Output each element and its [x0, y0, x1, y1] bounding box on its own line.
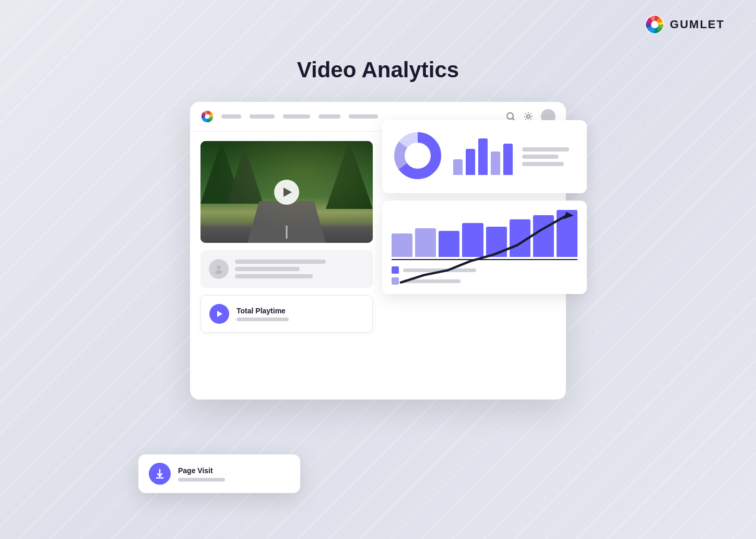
- pagevisit-info: Page Visit: [178, 466, 225, 482]
- browser-content: Total Playtime: [190, 132, 566, 342]
- playtime-info: Total Playtime: [237, 307, 289, 321]
- mini-bar-1: [453, 159, 463, 175]
- svg-point-4: [507, 113, 513, 119]
- legend-row-1: [392, 266, 577, 274]
- donut-chart: [392, 130, 444, 184]
- svg-point-13: [406, 144, 429, 167]
- c2-bar-6: [510, 219, 530, 257]
- video-thumbnail[interactable]: [200, 141, 373, 243]
- c2-bar-5: [486, 227, 507, 257]
- nav-item-4: [318, 114, 340, 119]
- left-column: Total Playtime: [200, 141, 373, 333]
- nav-item-2: [250, 114, 275, 119]
- legend-dot-1: [392, 266, 399, 274]
- play-button[interactable]: [274, 180, 299, 205]
- legend-line-2: [403, 279, 460, 283]
- mini-bar-5: [503, 144, 513, 175]
- user-line-3: [235, 274, 313, 278]
- topbar-nav: [221, 114, 498, 119]
- nav-item-3: [283, 114, 310, 119]
- logo-bar: GUMLET: [645, 15, 725, 34]
- c2-bar-3: [439, 231, 459, 257]
- c2-bar-4: [462, 223, 483, 257]
- playtime-icon: [209, 304, 229, 324]
- svg-point-6: [527, 115, 530, 118]
- legend-row-2: [392, 277, 577, 285]
- playtime-label: Total Playtime: [237, 307, 289, 315]
- chart-line-r-1: [522, 147, 569, 151]
- nav-item-5: [349, 114, 378, 119]
- user-card: [200, 250, 373, 288]
- play-triangle-icon: [284, 188, 292, 197]
- c2-bar-8: [557, 210, 577, 257]
- c2-bar-2: [415, 228, 436, 257]
- svg-point-1: [651, 21, 658, 28]
- legend-dot-2: [392, 277, 399, 285]
- chart2-baseline: [392, 259, 577, 260]
- chart-card-1: [382, 120, 587, 193]
- chart2-bars: [392, 210, 577, 257]
- page-title: Video Analytics: [297, 57, 459, 83]
- playtime-subline: [237, 318, 289, 321]
- right-column: [382, 141, 556, 333]
- browser-mockup: Total Playtime: [190, 102, 566, 400]
- svg-point-3: [205, 114, 210, 119]
- topbar-logo-icon: [200, 110, 214, 123]
- gumlet-logo-icon: [645, 15, 665, 34]
- pagevisit-label: Page Visit: [178, 466, 225, 475]
- legend-line-1: [403, 268, 476, 272]
- chart-line-r-3: [522, 162, 564, 166]
- pagevisit-card: Page Visit: [138, 454, 300, 493]
- svg-point-8: [215, 270, 222, 274]
- svg-marker-9: [217, 311, 222, 317]
- user-avatar: [209, 259, 229, 279]
- mini-bar-2: [466, 149, 475, 175]
- mini-bar-3: [478, 138, 488, 175]
- chart-card-2: [382, 201, 587, 294]
- svg-point-7: [217, 265, 221, 270]
- chart2-legend: [392, 266, 577, 285]
- c2-bar-7: [533, 215, 554, 257]
- user-info-lines: [235, 260, 364, 278]
- pagevisit-subline: [178, 478, 225, 482]
- user-line-2: [235, 267, 300, 271]
- user-line-1: [235, 260, 326, 264]
- chart-line-r-2: [522, 155, 559, 159]
- nav-item-1: [221, 114, 241, 119]
- mini-bar-4: [491, 151, 500, 175]
- playtime-card: Total Playtime: [200, 295, 373, 333]
- pagevisit-icon: [149, 463, 171, 485]
- bar-chart-mini: [453, 138, 513, 175]
- c2-bar-1: [392, 233, 412, 257]
- logo-text: GUMLET: [670, 18, 725, 31]
- chart-lines-right: [522, 147, 577, 166]
